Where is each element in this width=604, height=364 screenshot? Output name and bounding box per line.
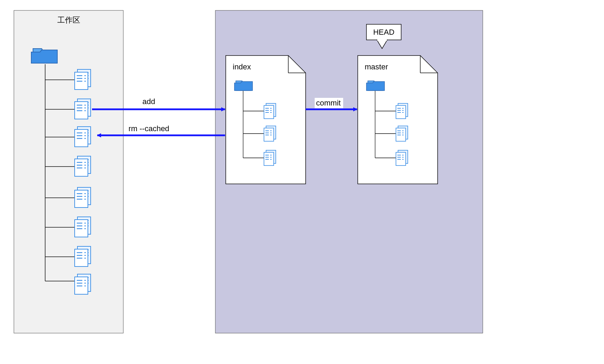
file-icon — [75, 69, 91, 90]
file-icon — [264, 150, 276, 166]
file-icon — [75, 127, 91, 147]
file-icon — [396, 150, 408, 166]
index-title: index — [233, 62, 251, 71]
head-label: HEAD — [373, 28, 394, 36]
master-title: master — [365, 62, 388, 71]
file-icon — [264, 126, 276, 141]
file-icon — [75, 246, 91, 266]
file-icon — [75, 99, 91, 119]
file-icon — [75, 217, 91, 237]
file-icon — [75, 274, 91, 294]
index-card: index — [226, 56, 306, 184]
file-icon — [264, 103, 276, 119]
folder-icon — [366, 81, 384, 91]
svg-rect-29 — [14, 10, 123, 333]
commit-label: commit — [316, 99, 341, 107]
file-icon — [396, 126, 408, 141]
repository-panel: index master — [215, 10, 483, 333]
svg-rect-56 — [377, 39, 387, 41]
folder-icon — [31, 49, 57, 63]
file-icon — [396, 103, 408, 119]
master-card: master — [358, 56, 438, 184]
folder-icon — [234, 81, 253, 91]
working-area-title: 工作区 — [57, 16, 80, 24]
rm-cached-label: rm --cached — [129, 124, 169, 133]
git-diagram: 工作区 — [0, 0, 604, 364]
add-label: add — [142, 97, 155, 106]
working-area-panel: 工作区 — [14, 10, 123, 333]
file-icon — [75, 156, 91, 176]
file-icon — [75, 187, 91, 208]
